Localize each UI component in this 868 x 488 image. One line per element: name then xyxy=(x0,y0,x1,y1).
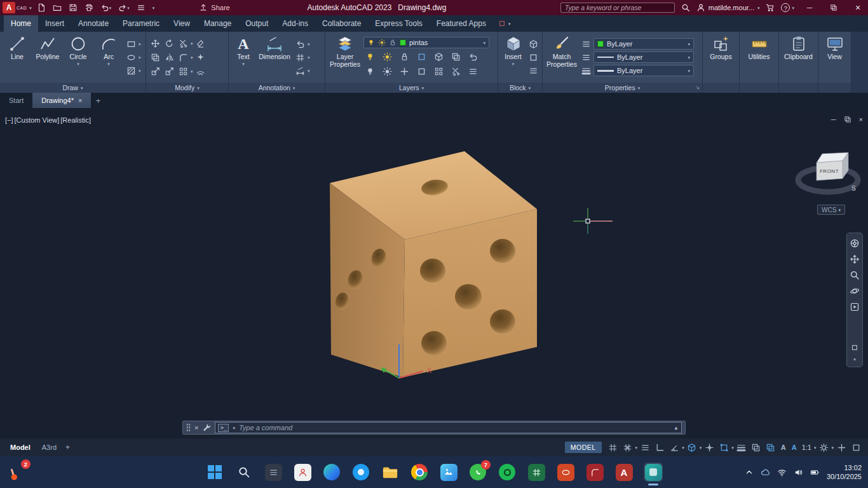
taskbar-app-4[interactable] xyxy=(498,463,517,482)
copy-tool[interactable] xyxy=(149,51,161,64)
dialog-launcher-icon[interactable] xyxy=(695,85,700,90)
array-tool[interactable] xyxy=(177,65,189,78)
scale-tool[interactable] xyxy=(163,65,175,78)
taskbar-app-2[interactable] xyxy=(293,463,312,482)
file-tab-drawing4[interactable]: Drawing4* × xyxy=(32,93,91,108)
battery-icon[interactable] xyxy=(810,468,820,477)
lineweight-display-icon[interactable] xyxy=(735,441,749,454)
new-drawing-tab-button[interactable]: + xyxy=(91,93,105,108)
tab-home[interactable]: Home xyxy=(4,15,38,32)
dimension-tool[interactable]: Dimension xyxy=(257,33,292,81)
share-button[interactable]: Share xyxy=(199,3,229,12)
hidden-icons-chevron[interactable] xyxy=(745,468,754,477)
tab-output[interactable]: Output xyxy=(238,15,275,32)
taskbar-app-3[interactable] xyxy=(351,463,370,482)
snap-mode-icon[interactable] xyxy=(621,441,635,454)
minimize-button[interactable]: ─ xyxy=(801,0,818,15)
ortho-mode-icon[interactable] xyxy=(653,441,667,454)
multileader-tool[interactable] xyxy=(294,38,306,50)
object-snap-tracking-icon[interactable] xyxy=(702,441,716,454)
caret-down-icon[interactable]: ▾ xyxy=(29,6,32,10)
plot-button[interactable] xyxy=(85,3,93,12)
pan-icon[interactable] xyxy=(850,254,860,264)
keyword-search-input[interactable] xyxy=(560,3,675,13)
trim-tool[interactable] xyxy=(177,37,189,50)
explode-tool[interactable] xyxy=(194,51,207,64)
save-button[interactable] xyxy=(69,3,78,12)
dice-solid[interactable] xyxy=(330,151,537,377)
close-button[interactable]: × xyxy=(849,0,867,15)
ucs-wcs-chip[interactable]: WCS▾ xyxy=(817,205,845,215)
dynamic-input-icon[interactable] xyxy=(638,441,652,454)
line-tool[interactable]: Line xyxy=(3,33,32,81)
command-input-field[interactable]: >_ ▾ ▲ xyxy=(215,422,682,433)
tab-manage[interactable]: Manage xyxy=(197,15,238,32)
taskbar-app-6[interactable] xyxy=(556,463,575,482)
tab-collaborate[interactable]: Collaborate xyxy=(315,15,368,32)
drawing-area[interactable]: X FRONT S [−] [Custom View] [Realistic] … xyxy=(0,108,868,438)
layer-color-tool[interactable] xyxy=(415,51,428,63)
layer-select[interactable]: pintas ▾ xyxy=(363,37,489,48)
layout-tab-a3rd[interactable]: A3rd xyxy=(42,444,57,451)
edit-attributes-tool[interactable] xyxy=(527,65,539,77)
edge-icon[interactable] xyxy=(322,463,341,482)
rotate-tool[interactable] xyxy=(163,37,175,50)
taskbar-app-7[interactable] xyxy=(585,463,604,482)
erase-tool[interactable] xyxy=(194,37,207,50)
table-tool[interactable] xyxy=(294,51,306,64)
text-tool[interactable]: A Text▾ xyxy=(231,33,255,81)
file-explorer-icon[interactable] xyxy=(381,463,400,482)
open-file-button[interactable] xyxy=(53,3,62,12)
drawing-viewport[interactable]: X FRONT S xyxy=(0,108,868,438)
fillet-tool[interactable] xyxy=(177,51,189,64)
insert-block-button[interactable]: Insert▾ xyxy=(501,33,526,81)
taskbar-search-button[interactable] xyxy=(234,463,254,482)
layer-isolate-tool[interactable] xyxy=(363,65,376,78)
panel-label-draw[interactable]: Draw▾ xyxy=(0,83,146,93)
layer-unisolate-tool[interactable] xyxy=(381,65,393,78)
tab-express-tools[interactable]: Express Tools xyxy=(368,15,429,32)
utilities-button[interactable]: Utilities xyxy=(745,33,774,81)
customize-qat-caret-icon[interactable]: ▾ xyxy=(153,6,155,10)
layer-properties-button[interactable]: Layer Properties xyxy=(328,33,362,81)
match-properties-button[interactable]: Match Properties xyxy=(545,33,578,81)
layer-freeze-tool[interactable] xyxy=(381,51,393,63)
selection-cycling-icon[interactable] xyxy=(764,441,778,454)
match-layer-tool[interactable] xyxy=(449,51,462,63)
polar-tracking-icon[interactable] xyxy=(667,441,681,454)
layer-walk-tool[interactable] xyxy=(466,65,479,78)
autocad-app-icon[interactable]: A xyxy=(614,463,634,482)
ribbon-display-toggle[interactable] xyxy=(498,20,506,27)
viewport-close-icon[interactable]: × xyxy=(859,116,863,123)
block-editor-tool[interactable] xyxy=(527,51,539,64)
grid-display-icon[interactable] xyxy=(606,441,620,454)
showmotion-icon[interactable] xyxy=(850,302,860,312)
annotation-monitor-icon[interactable] xyxy=(834,441,848,454)
panel-label-modify[interactable]: Modify▾ xyxy=(146,83,228,93)
lineweight-select[interactable]: ByLayer ▾ xyxy=(593,65,694,76)
viewport-style-control[interactable]: [Realistic] xyxy=(60,116,91,124)
chrome-icon[interactable] xyxy=(410,463,429,482)
viewport-minimize-control[interactable]: [−] xyxy=(5,116,13,124)
workspace-menu-button[interactable] xyxy=(137,3,146,12)
isolate-objects-icon[interactable] xyxy=(849,441,863,454)
start-button[interactable] xyxy=(205,463,224,482)
layer-lock-tool[interactable] xyxy=(398,51,410,63)
create-block-tool[interactable] xyxy=(527,38,539,50)
caret-down-icon[interactable]: ▾ xyxy=(682,445,684,450)
groups-button[interactable]: Groups xyxy=(707,33,736,81)
linetype-select[interactable]: ByLayer ▾ xyxy=(593,51,694,63)
command-line-grip[interactable] xyxy=(186,423,191,432)
widgets-button[interactable]: 2 xyxy=(5,460,34,484)
workspace-switching-icon[interactable] xyxy=(817,441,831,454)
tab-view[interactable]: View xyxy=(166,15,197,32)
tab-insert[interactable]: Insert xyxy=(38,15,71,32)
circle-tool[interactable]: Circle▾ xyxy=(64,33,93,81)
navbar-caret-icon[interactable]: ▾ xyxy=(853,357,856,362)
caret-down-icon[interactable]: ▾ xyxy=(831,445,834,450)
make-current-layer-tool[interactable] xyxy=(432,51,445,63)
object-snap-icon[interactable] xyxy=(717,441,731,454)
tab-parametric[interactable]: Parametric xyxy=(116,15,166,32)
model-tab[interactable]: Model xyxy=(10,444,31,451)
clipboard-button[interactable]: Clipboard xyxy=(784,33,813,81)
